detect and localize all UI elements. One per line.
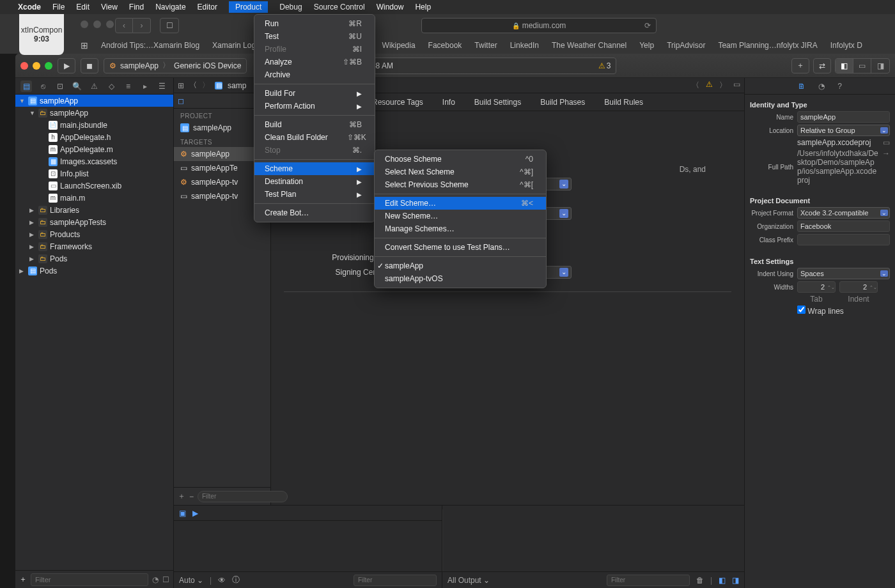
navigator-tabs[interactable]: ▤ ⎋ ⊡ 🔍 ⚠ ◇ ≡ ▸ ☰ [15, 78, 173, 95]
library-button[interactable]: ＋ [791, 58, 809, 74]
indent-using-select[interactable]: Spaces [797, 268, 890, 279]
tree-row[interactable]: 🗀sampleAppTests [15, 216, 173, 228]
tree-row[interactable]: 🗀Libraries [15, 204, 173, 216]
project-format-select[interactable]: Xcode 3.2-compatible [797, 207, 890, 219]
organization-input[interactable] [797, 220, 890, 232]
fav-link[interactable]: The Weather Channel [552, 41, 626, 50]
stop-button[interactable]: ◼ [81, 58, 98, 74]
debug-view-icon[interactable]: ▣ [179, 509, 186, 518]
add-button[interactable]: ＋ [19, 574, 27, 585]
console-filter-input[interactable] [607, 575, 690, 586]
fav-link[interactable]: Android Tips:…Xamarin Blog [101, 41, 199, 50]
tree-row[interactable]: ▦Images.xcassets [15, 155, 173, 167]
nav-prev-icon[interactable]: 〈 [692, 80, 699, 91]
warnings-badge[interactable]: ⚠3 [598, 61, 611, 70]
menu-navigate[interactable]: Navigate [155, 3, 185, 12]
issue-navigator-icon[interactable]: ⚠ [88, 82, 100, 91]
tree-root[interactable]: ▤sampleApp [15, 95, 173, 107]
tree-row[interactable]: ▤Pods [15, 265, 173, 277]
menu-item[interactable]: Scheme▶ [254, 162, 375, 175]
panel-toggles[interactable]: ◧▭◨ [835, 58, 890, 74]
related-items-icon[interactable]: ⊞ [178, 81, 184, 90]
folder-icon[interactable]: ▭ [883, 138, 890, 147]
report-navigator-icon[interactable]: ☰ [157, 82, 168, 91]
tree-row[interactable]: 🗀sampleApp [15, 107, 173, 119]
menu-item[interactable]: Analyze⇧⌘B [254, 56, 375, 68]
menu-item[interactable]: Build⌘B [254, 118, 375, 131]
reload-icon[interactable]: ⟳ [644, 21, 651, 30]
menu-item[interactable]: Run⌘R [254, 17, 375, 30]
scm-filter-icon[interactable]: ☐ [162, 575, 169, 584]
tree-row[interactable]: 🗀Products [15, 228, 173, 240]
fav-link[interactable]: TripAdvisor [667, 41, 705, 50]
fav-link[interactable]: Wikipedia [382, 41, 416, 50]
menu-help[interactable]: Help [415, 3, 431, 12]
symbol-navigator-icon[interactable]: ⊡ [54, 82, 66, 91]
trash-icon[interactable]: 🗑 [696, 576, 704, 585]
menu-item[interactable]: ✓sampleApp [375, 259, 546, 272]
menu-item[interactable]: Test⌘U [254, 30, 375, 43]
favorites-grid-icon[interactable]: ⊞ [81, 40, 88, 50]
tab-width-input[interactable]: 2 [797, 281, 836, 293]
menu-find[interactable]: Find [129, 3, 144, 12]
menu-source-control[interactable]: Source Control [314, 3, 365, 12]
menu-debug[interactable]: Debug [279, 3, 302, 12]
breakpoint-navigator-icon[interactable]: ▸ [139, 82, 151, 91]
nav-next-icon[interactable]: 〉 [719, 80, 727, 91]
remove-target-button[interactable]: − [189, 492, 194, 501]
safari-url-field[interactable]: 🔒 medium.com ⟳ [421, 18, 657, 33]
run-button[interactable]: ▶ [58, 58, 75, 74]
console-pane-toggle[interactable]: ◨ [732, 576, 739, 585]
menu-item[interactable]: Select Previous Scheme^⌘[ [375, 178, 546, 191]
wrap-lines-checkbox[interactable]: Wrap lines [797, 307, 844, 316]
fav-link[interactable]: Facebook [428, 41, 462, 50]
forward-button[interactable]: 〉 [202, 80, 210, 91]
tree-row[interactable]: 🗀Pods [15, 252, 173, 265]
tab-info[interactable]: Info [442, 98, 455, 107]
variables-filter-input[interactable] [354, 575, 437, 586]
menu-item[interactable]: Archive [254, 68, 375, 81]
adjust-editor-icon[interactable]: ▭ [733, 80, 740, 91]
menu-file[interactable]: File [52, 3, 65, 12]
warning-icon[interactable]: ⚠ [706, 80, 713, 91]
xcode-traffic-lights[interactable] [20, 62, 52, 70]
menu-item[interactable]: Choose Scheme^0 [375, 153, 546, 166]
navigator-filter-input[interactable] [31, 573, 148, 586]
tab-build-rules[interactable]: Build Rules [604, 98, 643, 107]
file-inspector-icon[interactable]: 🗎 [798, 82, 805, 91]
tab-resource-tags[interactable]: Resource Tags [372, 98, 423, 107]
back-button[interactable]: 〈 [189, 80, 197, 91]
auto-variables-selector[interactable]: Auto ⌄ [179, 576, 203, 585]
fav-link[interactable]: Yelp [639, 41, 654, 50]
project-navigator-icon[interactable]: ▤ [20, 81, 32, 92]
tree-row[interactable]: ⊡Info.plist [15, 167, 173, 180]
name-input[interactable] [797, 111, 890, 123]
scheme-selector[interactable]: ⚙sampleApp〉Generic iOS Device [104, 58, 247, 74]
menu-window[interactable]: Window [377, 3, 404, 12]
tab-build-settings[interactable]: Build Settings [474, 98, 521, 107]
history-inspector-icon[interactable]: ◔ [818, 82, 825, 91]
menu-item[interactable]: Test Plan▶ [254, 188, 375, 201]
quicklook-icon[interactable]: 👁 [218, 576, 226, 585]
help-inspector-icon[interactable]: ? [837, 82, 842, 91]
tree-row[interactable]: 📄main.jsbundle [15, 119, 173, 131]
menu-item[interactable]: Destination▶ [254, 175, 375, 188]
fav-link[interactable]: Twitter [474, 41, 497, 50]
safari-sidebar-button[interactable]: ☐ [160, 18, 179, 33]
print-description-icon[interactable]: ⓘ [232, 575, 240, 585]
code-review-button[interactable]: ⇄ [813, 58, 831, 74]
menu-view[interactable]: View [101, 3, 118, 12]
tab-build-phases[interactable]: Build Phases [540, 98, 585, 107]
breakpoint-icon[interactable]: ▶ [192, 509, 198, 518]
menu-item[interactable]: sampleApp-tvOS [375, 272, 546, 285]
menu-editor[interactable]: Editor [198, 3, 217, 12]
clock-icon[interactable]: ◔ [152, 575, 159, 584]
menu-item[interactable]: Select Next Scheme^⌘] [375, 166, 546, 178]
inspector-tabs[interactable]: 🗎 ◔ ? [745, 78, 895, 95]
menu-item[interactable]: Create Bot… [254, 206, 375, 219]
find-navigator-icon[interactable]: 🔍 [72, 82, 83, 91]
tree-row[interactable]: ▭LaunchScreen.xib [15, 180, 173, 192]
menu-item[interactable]: Clean Build Folder⇧⌘K [254, 131, 375, 144]
tree-row[interactable]: mAppDelegate.m [15, 143, 173, 155]
tree-row[interactable]: mmain.m [15, 192, 173, 204]
